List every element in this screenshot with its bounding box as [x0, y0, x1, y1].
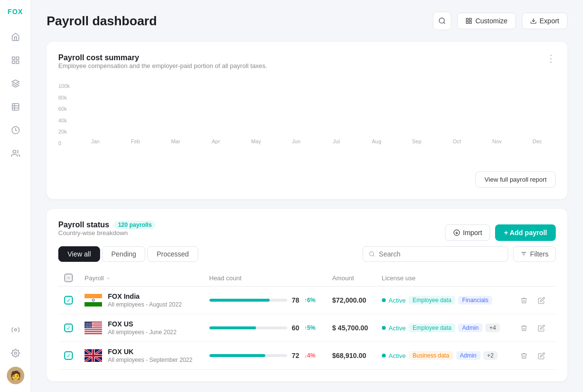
- delete-button-uk[interactable]: [517, 349, 531, 362]
- bar-feb: Feb: [117, 136, 154, 144]
- tab-processed[interactable]: Processed: [147, 246, 198, 262]
- sidebar-item-layers[interactable]: [6, 74, 25, 93]
- checkbox-uk[interactable]: ✓: [64, 351, 73, 360]
- view-report-button[interactable]: View full payroll report: [475, 171, 556, 187]
- svg-rect-29: [85, 302, 102, 307]
- actions-cell-india: [511, 287, 556, 314]
- payroll-name-india: FOX India: [108, 292, 182, 300]
- svg-text:★★★★★: ★★★★★: [86, 326, 93, 328]
- row-checkbox[interactable]: ✓: [58, 287, 79, 314]
- tab-pending[interactable]: Pending: [102, 246, 145, 262]
- count-us: 60: [292, 324, 300, 332]
- flag-uk: [85, 349, 102, 362]
- tag-plus2-uk[interactable]: +2: [483, 351, 498, 360]
- y-label-0: 0: [58, 140, 77, 146]
- flag-india: [85, 294, 102, 307]
- action-buttons-us: [517, 321, 550, 335]
- main-content: Payroll dashboard Customize Export Payro…: [31, 0, 583, 392]
- checkbox-india[interactable]: ✓: [64, 296, 73, 305]
- edit-button-uk[interactable]: [534, 349, 548, 362]
- section-title-row: Payroll status 120 payrolls: [58, 221, 155, 229]
- tag-plus4-us[interactable]: +4: [485, 324, 500, 332]
- tab-view-all[interactable]: View all: [58, 246, 100, 262]
- add-payroll-button[interactable]: + Add payroll: [495, 224, 556, 241]
- license-tags-india: Active Employee data Financials: [382, 296, 505, 305]
- tag-admin-uk[interactable]: Admin: [456, 351, 480, 360]
- svg-rect-18: [470, 21, 472, 23]
- sidebar-item-home[interactable]: [6, 27, 25, 47]
- cost-summary-card: Payroll cost summary Employee compensati…: [47, 42, 567, 199]
- bar-jul: Jul: [318, 136, 355, 144]
- card-header: Payroll cost summary Employee compensati…: [58, 53, 556, 79]
- filters-button[interactable]: Filters: [513, 246, 556, 262]
- actions-cell-uk: [511, 342, 556, 370]
- bar-sep: Sep: [398, 136, 435, 144]
- svg-rect-2: [12, 61, 15, 64]
- license-cell-india: Active Employee data Financials: [376, 287, 511, 314]
- customize-button[interactable]: Customize: [457, 13, 515, 29]
- license-cell-us: Active Employee data Admin +4: [376, 314, 511, 342]
- bar-mar: Mar: [157, 136, 194, 144]
- status-active-us: Active: [389, 324, 406, 332]
- license-cell-uk: Active Business data Admin +2: [376, 342, 511, 370]
- progress-bar-bg: [209, 299, 287, 302]
- sidebar-item-dashboard[interactable]: [6, 51, 25, 70]
- svg-rect-1: [16, 57, 18, 59]
- more-options-icon[interactable]: ⋮: [546, 53, 556, 63]
- delete-button-us[interactable]: [517, 321, 531, 335]
- tag-financials-india[interactable]: Financials: [458, 296, 492, 305]
- progress-cell: 78 ↑6%: [209, 296, 321, 304]
- avatar[interactable]: 🧑: [7, 367, 24, 384]
- col-actions: [511, 270, 556, 287]
- flag-us: ★★★★★★ ★★★★★ ★★★★★★ ★★★★★: [85, 322, 102, 334]
- row-checkbox[interactable]: ✓: [58, 342, 79, 370]
- import-button[interactable]: Import: [445, 224, 491, 241]
- progress-bar-fill-us: [209, 326, 256, 329]
- section-actions: Import + Add payroll: [445, 224, 556, 241]
- tag-employee-data-us[interactable]: Employee data: [409, 324, 455, 332]
- trend-us: ↑5%: [304, 324, 315, 331]
- payroll-count-badge: 120 payrolls: [114, 221, 155, 229]
- headcount-cell-india: 78 ↑6%: [204, 287, 326, 314]
- edit-button-india[interactable]: [534, 293, 548, 307]
- count-india: 78: [292, 296, 300, 304]
- sidebar-item-settings[interactable]: [6, 343, 25, 363]
- table-row: ✓: [58, 287, 556, 314]
- sidebar-item-time[interactable]: [6, 120, 25, 140]
- svg-point-11: [14, 329, 17, 331]
- select-all-checkbox[interactable]: −: [64, 273, 73, 282]
- payroll-table: − Payroll Head count Amount License use: [58, 270, 556, 370]
- sidebar-item-tasks[interactable]: [6, 97, 25, 117]
- payroll-info-cell: ★★★★★★ ★★★★★ ★★★★★★ ★★★★★ FOX US All emp…: [79, 314, 204, 342]
- delete-button-india[interactable]: [517, 293, 531, 307]
- search-input[interactable]: [379, 250, 502, 258]
- row-checkbox[interactable]: ✓: [58, 314, 79, 342]
- payroll-info-cell: FOX UK All employees - September 2022: [79, 342, 204, 370]
- page-title: Payroll dashboard: [47, 14, 157, 29]
- export-button[interactable]: Export: [522, 13, 567, 29]
- tag-admin-us[interactable]: Admin: [458, 324, 482, 332]
- progress-bar-bg-us: [209, 326, 287, 329]
- svg-rect-0: [12, 57, 15, 59]
- svg-rect-37: [85, 330, 102, 331]
- tag-business-data-uk[interactable]: Business data: [409, 351, 453, 360]
- checkbox-us[interactable]: ✓: [64, 324, 73, 332]
- sidebar-item-integrations[interactable]: [6, 320, 25, 340]
- col-checkbox: −: [58, 270, 79, 287]
- sidebar-item-people[interactable]: [6, 144, 25, 163]
- payroll-info: FOX India All employees - August 2022: [85, 292, 198, 308]
- progress-bar-bg-uk: [209, 354, 287, 357]
- tabs: View all Pending Processed: [58, 246, 198, 262]
- bars-area: Jan Feb Mar Apr May Jun Jul Aug Sep Oct …: [77, 81, 556, 154]
- edit-button-us[interactable]: [534, 321, 548, 335]
- svg-rect-27: [85, 294, 102, 298]
- status-active-uk: Active: [389, 352, 406, 359]
- search-filter-row: Filters: [362, 246, 556, 262]
- amount-cell-uk: $68,910.00: [326, 342, 376, 370]
- search-button[interactable]: [433, 12, 451, 30]
- tag-employee-data-india[interactable]: Employee data: [409, 296, 455, 305]
- headcount-cell-uk: 72 ↓4%: [204, 342, 326, 370]
- payroll-details-uk: FOX UK All employees - September 2022: [108, 348, 192, 363]
- bar-jun: Jun: [277, 136, 315, 144]
- bar-oct: Oct: [438, 136, 476, 144]
